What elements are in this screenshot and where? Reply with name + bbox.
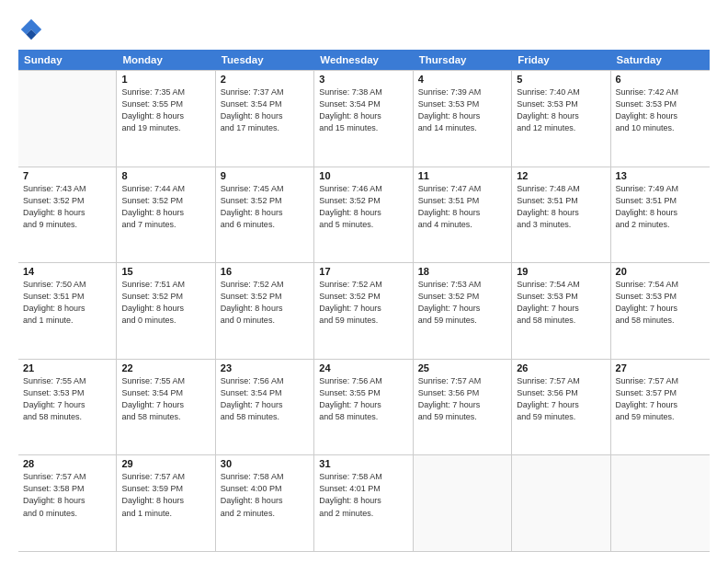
- day-info: Sunrise: 7:42 AM Sunset: 3:53 PM Dayligh…: [616, 86, 705, 134]
- day-number: 17: [319, 266, 407, 277]
- calendar-cell: 29Sunrise: 7:57 AM Sunset: 3:59 PM Dayli…: [117, 455, 215, 551]
- calendar-cell: 26Sunrise: 7:57 AM Sunset: 3:56 PM Dayli…: [512, 360, 610, 455]
- calendar-cell: 2Sunrise: 7:37 AM Sunset: 3:54 PM Daylig…: [216, 71, 314, 167]
- day-info: Sunrise: 7:57 AM Sunset: 3:57 PM Dayligh…: [616, 375, 705, 423]
- day-number: 7: [23, 170, 111, 181]
- calendar-cell: 17Sunrise: 7:52 AM Sunset: 3:52 PM Dayli…: [314, 263, 413, 359]
- day-number: 14: [23, 266, 111, 277]
- day-info: Sunrise: 7:54 AM Sunset: 3:53 PM Dayligh…: [616, 279, 705, 327]
- calendar-week-2: 7Sunrise: 7:43 AM Sunset: 3:52 PM Daylig…: [18, 167, 710, 264]
- day-info: Sunrise: 7:58 AM Sunset: 4:00 PM Dayligh…: [221, 471, 309, 519]
- day-number: 2: [221, 74, 309, 85]
- day-info: Sunrise: 7:35 AM Sunset: 3:55 PM Dayligh…: [121, 86, 210, 134]
- day-number: 27: [616, 362, 705, 373]
- day-number: 9: [221, 170, 309, 181]
- calendar-cell: 9Sunrise: 7:45 AM Sunset: 3:52 PM Daylig…: [216, 167, 314, 263]
- day-info: Sunrise: 7:40 AM Sunset: 3:53 PM Dayligh…: [517, 86, 605, 134]
- header-day-thursday: Thursday: [414, 50, 512, 70]
- day-number: 4: [418, 74, 506, 85]
- calendar-cell: 13Sunrise: 7:49 AM Sunset: 3:51 PM Dayli…: [611, 167, 710, 263]
- day-info: Sunrise: 7:38 AM Sunset: 3:54 PM Dayligh…: [319, 86, 407, 134]
- day-info: Sunrise: 7:55 AM Sunset: 3:54 PM Dayligh…: [121, 375, 210, 423]
- day-info: Sunrise: 7:57 AM Sunset: 3:58 PM Dayligh…: [23, 471, 111, 519]
- calendar-cell: 22Sunrise: 7:55 AM Sunset: 3:54 PM Dayli…: [117, 360, 215, 455]
- calendar-cell: [414, 455, 512, 551]
- day-number: 5: [517, 74, 605, 85]
- calendar-cell: 31Sunrise: 7:58 AM Sunset: 4:01 PM Dayli…: [314, 455, 413, 551]
- day-number: 18: [418, 266, 506, 277]
- header-day-wednesday: Wednesday: [314, 50, 413, 70]
- day-number: 28: [23, 458, 111, 469]
- header: [18, 17, 710, 42]
- day-number: 11: [418, 170, 506, 181]
- day-number: 30: [221, 458, 309, 469]
- calendar-cell: 30Sunrise: 7:58 AM Sunset: 4:00 PM Dayli…: [216, 455, 314, 551]
- day-info: Sunrise: 7:52 AM Sunset: 3:52 PM Dayligh…: [221, 279, 309, 327]
- calendar-cell: 21Sunrise: 7:55 AM Sunset: 3:53 PM Dayli…: [18, 360, 117, 455]
- day-number: 1: [121, 74, 210, 85]
- calendar-cell: 6Sunrise: 7:42 AM Sunset: 3:53 PM Daylig…: [611, 71, 710, 167]
- day-number: 31: [319, 458, 407, 469]
- calendar-cell: 20Sunrise: 7:54 AM Sunset: 3:53 PM Dayli…: [611, 263, 710, 359]
- calendar-cell: [18, 71, 117, 167]
- day-info: Sunrise: 7:37 AM Sunset: 3:54 PM Dayligh…: [221, 86, 309, 134]
- day-info: Sunrise: 7:57 AM Sunset: 3:59 PM Dayligh…: [121, 471, 210, 519]
- day-info: Sunrise: 7:44 AM Sunset: 3:52 PM Dayligh…: [121, 183, 210, 231]
- day-info: Sunrise: 7:55 AM Sunset: 3:53 PM Dayligh…: [23, 375, 111, 423]
- day-number: 20: [616, 266, 705, 277]
- calendar-cell: 5Sunrise: 7:40 AM Sunset: 3:53 PM Daylig…: [512, 71, 610, 167]
- calendar-cell: 10Sunrise: 7:46 AM Sunset: 3:52 PM Dayli…: [314, 167, 413, 263]
- calendar-cell: 27Sunrise: 7:57 AM Sunset: 3:57 PM Dayli…: [611, 360, 710, 455]
- day-info: Sunrise: 7:56 AM Sunset: 3:54 PM Dayligh…: [221, 375, 309, 423]
- calendar-cell: 14Sunrise: 7:50 AM Sunset: 3:51 PM Dayli…: [18, 263, 117, 359]
- day-info: Sunrise: 7:53 AM Sunset: 3:52 PM Dayligh…: [418, 279, 506, 327]
- calendar-cell: 1Sunrise: 7:35 AM Sunset: 3:55 PM Daylig…: [117, 71, 215, 167]
- calendar-week-5: 28Sunrise: 7:57 AM Sunset: 3:58 PM Dayli…: [18, 455, 710, 552]
- day-info: Sunrise: 7:58 AM Sunset: 4:01 PM Dayligh…: [319, 471, 407, 519]
- day-number: 19: [517, 266, 605, 277]
- day-info: Sunrise: 7:56 AM Sunset: 3:55 PM Dayligh…: [319, 375, 407, 423]
- day-info: Sunrise: 7:46 AM Sunset: 3:52 PM Dayligh…: [319, 183, 407, 231]
- day-info: Sunrise: 7:54 AM Sunset: 3:53 PM Dayligh…: [517, 279, 605, 327]
- calendar-week-3: 14Sunrise: 7:50 AM Sunset: 3:51 PM Dayli…: [18, 263, 710, 360]
- logo: [18, 17, 48, 42]
- header-day-saturday: Saturday: [611, 50, 710, 70]
- day-info: Sunrise: 7:45 AM Sunset: 3:52 PM Dayligh…: [221, 183, 309, 231]
- calendar-cell: [611, 455, 710, 551]
- calendar-cell: 8Sunrise: 7:44 AM Sunset: 3:52 PM Daylig…: [117, 167, 215, 263]
- calendar-cell: 4Sunrise: 7:39 AM Sunset: 3:53 PM Daylig…: [414, 71, 512, 167]
- day-info: Sunrise: 7:50 AM Sunset: 3:51 PM Dayligh…: [23, 279, 111, 327]
- day-info: Sunrise: 7:48 AM Sunset: 3:51 PM Dayligh…: [517, 183, 605, 231]
- page: SundayMondayTuesdayWednesdayThursdayFrid…: [0, 0, 728, 563]
- header-day-friday: Friday: [512, 50, 610, 70]
- header-day-sunday: Sunday: [18, 50, 117, 70]
- calendar-header: SundayMondayTuesdayWednesdayThursdayFrid…: [18, 50, 710, 70]
- day-number: 15: [121, 266, 210, 277]
- calendar-body: 1Sunrise: 7:35 AM Sunset: 3:55 PM Daylig…: [18, 70, 710, 552]
- day-info: Sunrise: 7:43 AM Sunset: 3:52 PM Dayligh…: [23, 183, 111, 231]
- logo-icon: [18, 17, 44, 42]
- day-number: 6: [616, 74, 705, 85]
- day-info: Sunrise: 7:39 AM Sunset: 3:53 PM Dayligh…: [418, 86, 506, 134]
- day-number: 29: [121, 458, 210, 469]
- day-number: 10: [319, 170, 407, 181]
- calendar-cell: 11Sunrise: 7:47 AM Sunset: 3:51 PM Dayli…: [414, 167, 512, 263]
- day-number: 8: [121, 170, 210, 181]
- day-number: 21: [23, 362, 111, 373]
- day-info: Sunrise: 7:57 AM Sunset: 3:56 PM Dayligh…: [517, 375, 605, 423]
- calendar-week-1: 1Sunrise: 7:35 AM Sunset: 3:55 PM Daylig…: [18, 70, 710, 167]
- day-number: 12: [517, 170, 605, 181]
- calendar-cell: 18Sunrise: 7:53 AM Sunset: 3:52 PM Dayli…: [414, 263, 512, 359]
- calendar-cell: 19Sunrise: 7:54 AM Sunset: 3:53 PM Dayli…: [512, 263, 610, 359]
- day-number: 23: [221, 362, 309, 373]
- calendar-cell: 3Sunrise: 7:38 AM Sunset: 3:54 PM Daylig…: [314, 71, 413, 167]
- calendar-cell: 28Sunrise: 7:57 AM Sunset: 3:58 PM Dayli…: [18, 455, 117, 551]
- calendar-cell: [512, 455, 610, 551]
- calendar-week-4: 21Sunrise: 7:55 AM Sunset: 3:53 PM Dayli…: [18, 360, 710, 456]
- calendar-cell: 7Sunrise: 7:43 AM Sunset: 3:52 PM Daylig…: [18, 167, 117, 263]
- calendar: SundayMondayTuesdayWednesdayThursdayFrid…: [18, 50, 710, 552]
- day-info: Sunrise: 7:57 AM Sunset: 3:56 PM Dayligh…: [418, 375, 506, 423]
- calendar-cell: 24Sunrise: 7:56 AM Sunset: 3:55 PM Dayli…: [314, 360, 413, 455]
- day-info: Sunrise: 7:51 AM Sunset: 3:52 PM Dayligh…: [121, 279, 210, 327]
- calendar-cell: 15Sunrise: 7:51 AM Sunset: 3:52 PM Dayli…: [117, 263, 215, 359]
